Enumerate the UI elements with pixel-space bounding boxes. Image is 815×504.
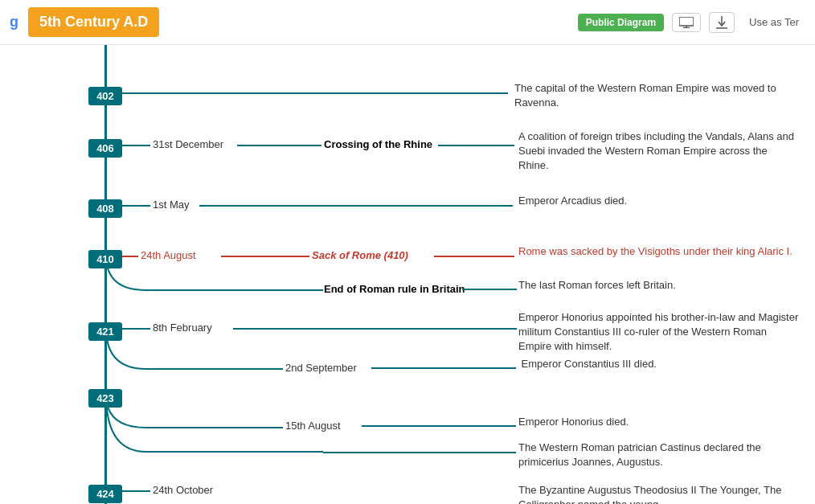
google-logo: g — [10, 14, 18, 31]
event-desc-423b: The Western Roman patrician Castinus dec… — [518, 440, 799, 469]
event-desc-421b: Emperor Constantius III died. — [518, 357, 799, 371]
year-node-406: 406 — [88, 139, 122, 158]
event-date-421b: 2nd September — [285, 362, 357, 374]
event-desc-406: A coalition of foreign tribes including … — [518, 129, 799, 174]
event-line-406b — [237, 145, 321, 146]
event-line-421c — [371, 367, 516, 369]
monitor-icon — [679, 17, 694, 28]
event-title-410: Sack of Rome (410) — [312, 249, 408, 261]
timeline-container: 402 The capital of the Western Roman Emp… — [0, 45, 815, 504]
connector-svg-410b — [106, 250, 323, 302]
header: g 5th Century A.D Public Diagram Use as … — [0, 0, 815, 45]
download-icon-button[interactable] — [709, 12, 735, 33]
event-desc-402: The capital of the Western Roman Empire … — [514, 81, 799, 110]
event-desc-410b: The last Roman forces left Britain. — [518, 278, 799, 293]
event-desc-421: Emperor Honorius appointed his brother-i… — [518, 310, 799, 354]
event-desc-408: Emperor Arcadius died. — [518, 194, 799, 208]
event-desc-424: The Byzantine Augustus Theodosius II The… — [518, 483, 799, 504]
event-line-423 — [362, 425, 516, 427]
year-node-410: 410 — [88, 250, 122, 268]
event-date-424: 24th October — [153, 484, 213, 496]
diagram-title: 5th Century A.D — [28, 7, 159, 37]
public-diagram-button[interactable]: Public Diagram — [578, 14, 664, 31]
event-line-410b — [462, 289, 517, 290]
year-node-402: 402 — [88, 87, 122, 105]
header-right: Public Diagram Use as Ter — [578, 12, 805, 33]
event-title-406: Crossing of the Rhine — [324, 138, 432, 150]
use-as-template-button[interactable]: Use as Ter — [743, 13, 805, 31]
year-node-421: 421 — [88, 322, 122, 341]
event-desc-423: Emperor Honorius died. — [518, 415, 799, 429]
event-desc-410: Rome was sacked by the Visigoths under t… — [518, 244, 799, 259]
svg-rect-0 — [679, 17, 694, 26]
year-node-423: 423 — [88, 389, 122, 408]
event-line-423b — [323, 452, 516, 453]
event-line-408b — [199, 205, 513, 207]
event-date-406: 31st December — [153, 138, 223, 150]
event-date-408: 1st May — [153, 199, 190, 211]
event-title-410b: End of Roman rule in Britain — [324, 283, 465, 295]
monitor-icon-button[interactable] — [672, 13, 701, 32]
year-node-424: 424 — [88, 485, 122, 503]
header-left: g 5th Century A.D — [10, 7, 159, 37]
connector-svg-421b — [106, 322, 283, 375]
connector-svg-423b — [106, 389, 323, 457]
year-node-408: 408 — [88, 199, 122, 218]
event-line-410-red-c — [434, 256, 514, 257]
download-icon — [716, 16, 727, 29]
event-line-406c — [438, 145, 514, 146]
event-line-402 — [106, 92, 508, 94]
